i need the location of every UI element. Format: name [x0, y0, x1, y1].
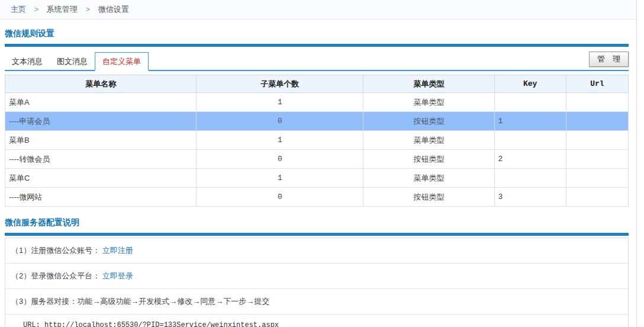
- config-step-3: （3）服务器对接：功能→高级功能→开发模式→修改→同意→下一步→提交: [5, 289, 628, 315]
- cell-menu-name: ----微网站: [5, 188, 197, 207]
- cell-menu-name: 菜单B: [5, 131, 197, 150]
- cell-menu-type: 按钮类型: [363, 188, 494, 207]
- cell-url: [566, 112, 628, 131]
- server-config-box: （1）注册微信公众账号： 立即注册 （2）登录微信公众平台： 立即登录 （3）服…: [5, 238, 629, 327]
- tab-bar: 文本消息 图文消息 自定义菜单 管 理: [5, 52, 629, 71]
- cell-url: [566, 169, 628, 188]
- login-now-link[interactable]: 立即登录: [102, 271, 133, 280]
- cell-submenu-count: 0: [197, 112, 363, 131]
- breadcrumb: 主页 > 系统管理 > 微信设置: [0, 0, 636, 20]
- cell-key: [494, 169, 566, 188]
- cell-url: [566, 188, 628, 207]
- cell-key: [494, 93, 566, 112]
- cell-submenu-count: 0: [197, 188, 363, 207]
- cell-url: [566, 150, 628, 169]
- config-step-1: （1）注册微信公众账号： 立即注册: [5, 238, 628, 264]
- config-step-2: （2）登录微信公众平台： 立即登录: [5, 264, 628, 289]
- cell-menu-type: 菜单类型: [363, 131, 494, 150]
- page-right-divider: [636, 0, 637, 327]
- config-step-1-label: （1）注册微信公众账号：: [11, 246, 100, 255]
- server-url-line: URL: http://localhost:65530/?PID=133Serv…: [23, 319, 622, 327]
- register-now-link[interactable]: 立即注册: [102, 246, 133, 255]
- cell-menu-type: 按钮类型: [363, 150, 494, 169]
- tab-text-message[interactable]: 文本消息: [5, 53, 50, 70]
- cell-menu-name: 菜单C: [5, 169, 197, 188]
- breadcrumb-separator: >: [85, 5, 90, 14]
- breadcrumb-separator: >: [34, 5, 39, 14]
- server-section-underline: [5, 233, 629, 236]
- server-section-title: 微信服务器配置说明: [5, 217, 629, 228]
- cell-menu-type: 菜单类型: [363, 93, 494, 112]
- col-header-menu-type: 菜单类型: [363, 75, 494, 93]
- cell-submenu-count: 0: [197, 150, 363, 169]
- cell-menu-type: 按钮类型: [363, 112, 494, 131]
- tab-image-text-message[interactable]: 图文消息: [50, 53, 95, 70]
- menu-table: 菜单名称 子菜单个数 菜单类型 Key Url 菜单A 1 菜单类型 ----申…: [5, 75, 629, 207]
- col-header-url: Url: [566, 75, 628, 93]
- rules-section-title: 微信规则设置: [5, 28, 629, 39]
- rules-section-underline: [5, 44, 629, 47]
- col-header-key: Key: [494, 75, 566, 93]
- table-row-selected[interactable]: ----申请会员 0 按钮类型 1: [5, 112, 629, 131]
- main-content: 微信规则设置 文本消息 图文消息 自定义菜单 管 理 菜单名称 子菜单个数 菜单…: [0, 28, 636, 327]
- col-header-menu-name: 菜单名称: [5, 75, 197, 93]
- breadcrumb-item-system[interactable]: 系统管理: [47, 5, 78, 14]
- table-row[interactable]: 菜单B 1 菜单类型: [5, 131, 629, 150]
- cell-key: 1: [494, 112, 566, 131]
- cell-menu-name: ----申请会员: [5, 112, 197, 131]
- cell-submenu-count: 1: [197, 131, 363, 150]
- cell-key: 3: [494, 188, 566, 207]
- table-row[interactable]: 菜单C 1 菜单类型: [5, 169, 629, 188]
- cell-submenu-count: 1: [197, 93, 363, 112]
- manage-button[interactable]: 管 理: [589, 52, 629, 67]
- cell-menu-name: 菜单A: [5, 93, 197, 112]
- table-header-row: 菜单名称 子菜单个数 菜单类型 Key Url: [5, 75, 629, 93]
- config-code-block: URL: http://localhost:65530/?PID=133Serv…: [5, 315, 628, 327]
- config-step-2-label: （2）登录微信公众平台：: [11, 271, 100, 280]
- cell-url: [566, 93, 628, 112]
- cell-url: [566, 131, 628, 150]
- cell-submenu-count: 1: [197, 169, 363, 188]
- cell-key: 2: [494, 150, 566, 169]
- col-header-submenu-count: 子菜单个数: [197, 75, 363, 93]
- table-row[interactable]: 菜单A 1 菜单类型: [5, 93, 629, 112]
- cell-key: [494, 131, 566, 150]
- tab-custom-menu[interactable]: 自定义菜单: [95, 52, 149, 71]
- table-row[interactable]: ----转微会员 0 按钮类型 2: [5, 150, 629, 169]
- breadcrumb-item-wechat[interactable]: 微信设置: [98, 5, 129, 14]
- table-row[interactable]: ----微网站 0 按钮类型 3: [5, 188, 629, 207]
- cell-menu-name: ----转微会员: [5, 150, 197, 169]
- cell-menu-type: 菜单类型: [363, 169, 494, 188]
- breadcrumb-home-link[interactable]: 主页: [11, 5, 26, 14]
